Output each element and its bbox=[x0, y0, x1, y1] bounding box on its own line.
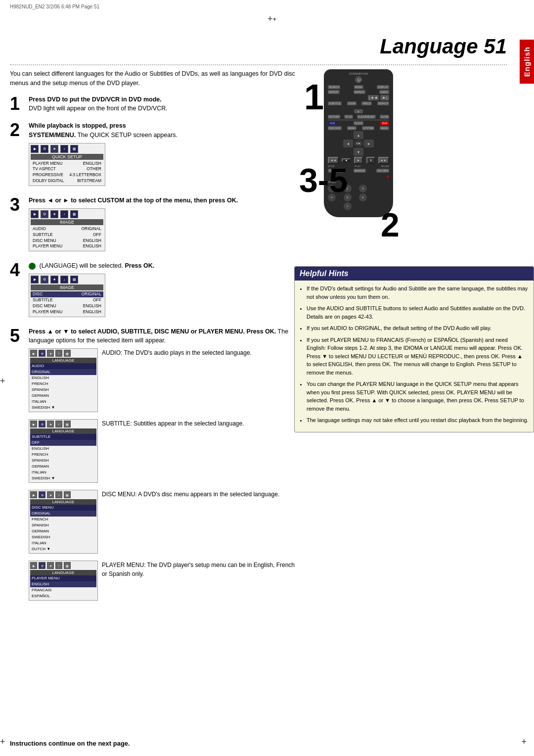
sm-i-p2: ⚙ bbox=[39, 562, 45, 569]
sm-i-s5: ▦ bbox=[64, 421, 71, 427]
repeat-button-2[interactable]: REPEAT bbox=[354, 90, 365, 94]
crosshair-bottom-right-icon: + bbox=[521, 737, 527, 747]
step-2-body: The QUICK SETUP screen appears. bbox=[77, 132, 178, 139]
nav-up-button[interactable]: ▲ bbox=[354, 131, 363, 139]
nav-right-button[interactable]: ► bbox=[364, 140, 374, 147]
screen-icons-step4: ▶ ⚙ ★ ♪ ▦ bbox=[31, 276, 103, 284]
slow-button[interactable]: SLOW bbox=[380, 115, 389, 119]
nav-left-button[interactable]: ◄ bbox=[343, 140, 353, 147]
sm-screen-playermenu: ▶ ⚙ ★ ♪ ▦ LANGUAGE PLAYER MENU ENGLISH F… bbox=[29, 561, 98, 601]
nav-empty-4 bbox=[364, 148, 374, 156]
divider-1 bbox=[328, 120, 389, 120]
screen-mock-step3: ▶ ⚙ ★ ♪ ▦ IMAGE AUDIOORIGINAL SUBTITLEOF… bbox=[29, 208, 105, 252]
title-button[interactable]: TITLE bbox=[344, 115, 353, 119]
sm-row-disc-du: DUTCH ▼ bbox=[30, 546, 96, 552]
up-arrow-row: ▲ bbox=[328, 106, 389, 114]
sm-row-pm-sp2: ESPAÑOL bbox=[30, 593, 96, 599]
subtitle-button[interactable]: SUBTITLE bbox=[328, 101, 342, 105]
screen-hdr-step2: QUICK SETUP bbox=[31, 154, 103, 160]
step-4-content: (LANGUAGE) will be selected. Press OK. ▶… bbox=[29, 261, 297, 319]
mode-button[interactable]: MODE bbox=[354, 85, 363, 89]
play-small-button[interactable]: ►| bbox=[380, 95, 389, 100]
sm-row-sub-fr: FRENCH bbox=[30, 452, 96, 458]
sub-item-discmenu-text: DISC MENU: A DVD's disc menu appears in … bbox=[102, 490, 297, 499]
screen-discmenu: ▶ ⚙ ★ ♪ ▦ LANGUAGE DISC MENU ORIGINAL FR… bbox=[29, 490, 98, 554]
menu-right-button[interactable]: MENU bbox=[380, 126, 389, 130]
return-button[interactable]: RETURN bbox=[328, 115, 340, 119]
sm-i-a2: ⚙ bbox=[39, 350, 45, 357]
sm-row-sub-sw: SWEDISH ▼ bbox=[30, 475, 96, 481]
sub-item-discmenu: ▶ ⚙ ★ ♪ ▦ LANGUAGE DISC MENU ORIGINAL FR… bbox=[29, 490, 297, 554]
screen-row-s4-3: DISC MENUENGLISH bbox=[31, 303, 103, 309]
display-button[interactable]: DISPLAY bbox=[377, 85, 389, 89]
repeat-button-1[interactable]: REPEAT bbox=[328, 90, 340, 94]
hints-title: Helpful Hints bbox=[295, 267, 534, 281]
pause-button[interactable]: ⏸ bbox=[366, 157, 375, 164]
sm-screen-audio: ▶ ⚙ ★ ♪ ▦ LANGUAGE AUDIO ORIGINAL ENGLIS… bbox=[29, 348, 98, 412]
vcnt-button[interactable]: V(CNT) bbox=[354, 121, 364, 125]
sm-i-p5: ▦ bbox=[64, 562, 71, 569]
screen-row-s3-3: DISC MENUENGLISH bbox=[31, 238, 103, 244]
sm-row-sub-it: ITALIAN bbox=[30, 470, 96, 475]
skip-ch-button[interactable]: SKIP/CH bbox=[377, 101, 389, 105]
sm-i-d1: ▶ bbox=[30, 491, 37, 498]
up-button[interactable]: ▲ bbox=[354, 109, 363, 113]
step-5-number: 5 bbox=[10, 327, 29, 345]
num-6-button[interactable]: 6 bbox=[359, 193, 367, 201]
angle-button[interactable]: ANGLE bbox=[361, 101, 372, 105]
step-4-heading: (LANGUAGE) will be selected. Press OK. bbox=[39, 262, 154, 269]
audio-button[interactable]: AUDIO bbox=[379, 90, 389, 94]
row-disc-system: DISC/VCR MENU SYSTEM MENU bbox=[328, 126, 389, 130]
dvd-button[interactable]: DVD bbox=[380, 121, 389, 125]
sm-screen-discmenu: ▶ ⚙ ★ ♪ ▦ LANGUAGE DISC MENU ORIGINAL FR… bbox=[29, 490, 98, 554]
fastfwd-button[interactable]: ►► bbox=[378, 157, 389, 164]
sub-item-subtitle: ▶ ⚙ ★ ♪ ▦ LANGUAGE SUBTITLE OFF ENGLISH bbox=[29, 419, 297, 483]
sm-i-a3: ★ bbox=[47, 350, 54, 357]
sm-row-disc-it: ITALIAN bbox=[30, 540, 96, 546]
row-subtitle-zoom: SUBTITLE ZOOM ANGLE SKIP/CH bbox=[328, 101, 389, 105]
sm-i-s4: ♪ bbox=[55, 421, 62, 427]
num-3-button[interactable]: 3 bbox=[359, 185, 367, 192]
step-3-content: Press ◄ or ► to select CUSTOM at the top… bbox=[29, 196, 297, 253]
sm-i-a5: ▦ bbox=[64, 350, 71, 357]
divider bbox=[10, 64, 507, 65]
sm-row-disc-ge: GERMAN bbox=[30, 528, 96, 534]
vcr-button[interactable]: VCR bbox=[328, 121, 337, 125]
nav-cross: ▲ ◄ OK ► ▼ bbox=[343, 131, 374, 156]
sub-item-audio: ▶ ⚙ ★ ♪ ▦ LANGUAGE AUDIO ORIGINAL ENGLIS… bbox=[29, 348, 297, 412]
hint-item-1: If the DVD's default settings for Audio … bbox=[307, 284, 529, 301]
screen-row-s3-2: SUBTITLEOFF bbox=[31, 232, 103, 238]
zoom-button[interactable]: ZOOM bbox=[347, 101, 356, 105]
standby-button[interactable]: ⏻ bbox=[355, 76, 362, 83]
sm-row-audio-sw: SWEDISH ▼ bbox=[30, 405, 96, 411]
helpful-hints-box: Helpful Hints If the DVD's default setti… bbox=[294, 266, 534, 432]
step-2-content: While playback is stopped, pressSYSTEM/M… bbox=[29, 121, 297, 188]
nav-down-button[interactable]: ▼ bbox=[354, 148, 363, 156]
icon-s3-4: ♪ bbox=[60, 210, 68, 218]
row-vcr-dvd: VCR V(CNT) DVD bbox=[328, 121, 389, 125]
sm-i-a1: ▶ bbox=[30, 350, 37, 357]
marker-button[interactable]: MARKER bbox=[354, 169, 366, 173]
system-button[interactable]: SYSTEM bbox=[362, 126, 374, 130]
clear-reset-button[interactable]: CLEAR/RESET bbox=[357, 115, 376, 119]
sm-icons-playermenu: ▶ ⚙ ★ ♪ ▦ bbox=[30, 562, 96, 569]
menu-left-button[interactable]: MENU bbox=[347, 126, 356, 130]
sm-i-s2: ⚙ bbox=[39, 421, 45, 427]
num-7-button[interactable]: 7 bbox=[344, 202, 352, 210]
big-number-3-5: 3-5 bbox=[299, 163, 348, 197]
search-button[interactable]: SEARCH bbox=[328, 85, 340, 89]
prev-button[interactable]: |◄◄ bbox=[368, 95, 379, 100]
play-button[interactable]: ► bbox=[354, 157, 363, 164]
nav-ok-button[interactable]: OK bbox=[354, 140, 363, 147]
screen-mock-step2: ▶ ⚙ ★ ♪ ▦ QUICK SETUP PLAYER MENUENGLISH… bbox=[29, 143, 105, 187]
instructions-footer: Instructions continue on the next page. bbox=[10, 740, 130, 747]
disc-vcr-button[interactable]: DISC/VCR bbox=[328, 126, 342, 130]
file-info: H982NUD_EN2 3/2/06 6:48 PM Page 51 bbox=[10, 4, 99, 9]
step-5: 5 Press ▲ or ▼ to select AUDIO, SUBTITLE… bbox=[10, 327, 297, 608]
standby-icon: ⏻ bbox=[356, 78, 360, 82]
screen-row-s4-2: SUBTITLEOFF bbox=[31, 297, 103, 303]
icon-s3-3: ★ bbox=[50, 210, 58, 218]
hint-item-2: Use the AUDIO and SUBTITLE buttons to se… bbox=[307, 304, 529, 321]
screen-row-1: PLAYER MENUENGLISH bbox=[31, 161, 103, 167]
big-number-1: 1 bbox=[304, 79, 324, 115]
